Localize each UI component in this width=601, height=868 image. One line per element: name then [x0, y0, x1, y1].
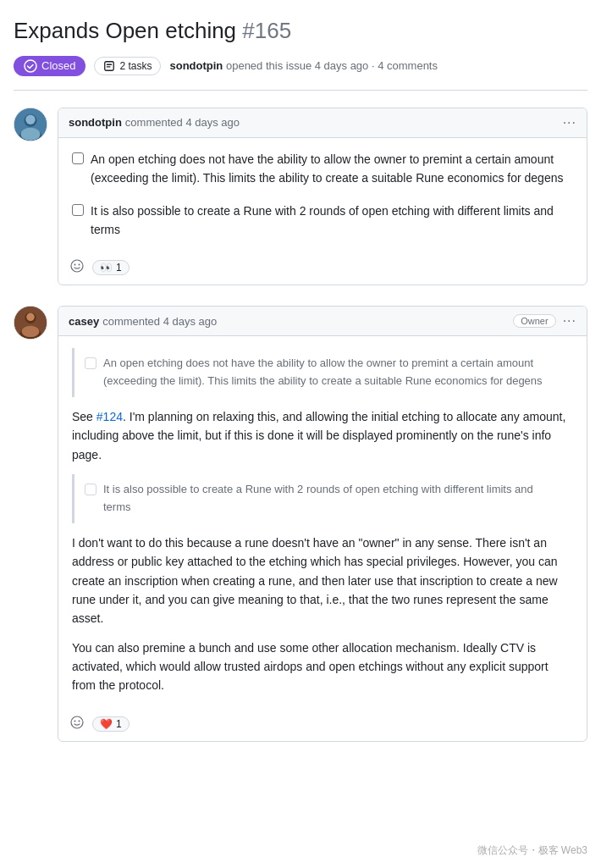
opener-name: sondotpin	[169, 59, 223, 72]
comment-header-left-1: sondotpin commented 4 days ago	[69, 116, 240, 129]
svg-point-7	[25, 114, 35, 124]
comment-header-1: sondotpin commented 4 days ago ···	[58, 108, 587, 138]
add-reaction-btn-1[interactable]	[69, 257, 85, 278]
tasks-label: 2 tasks	[119, 60, 152, 72]
task-checkbox-1[interactable]	[72, 152, 84, 164]
comment-time-value-2: 4 days ago	[163, 315, 218, 328]
comment-box-1: sondotpin commented 4 days ago ··· An op…	[58, 108, 587, 286]
issue-meta-bar: Closed 2 tasks sondotpin opened this iss…	[14, 56, 587, 76]
comment-time-2: commented 4 days ago	[102, 315, 217, 328]
svg-point-9	[71, 260, 83, 272]
quoted-task-checkbox-1	[85, 357, 96, 369]
avatar-sondotpin	[14, 108, 47, 141]
task-checkbox-2[interactable]	[72, 204, 84, 216]
body-para-2: I don't want to do this because a rune d…	[72, 534, 573, 628]
check-circle-icon	[24, 59, 37, 73]
body-para-3: You can also premine a bunch and use som…	[72, 639, 573, 695]
quoted-task-checkbox-2	[85, 484, 96, 495]
svg-point-19	[79, 720, 80, 721]
tasks-icon	[103, 60, 115, 72]
reaction-emoji-1: 👀	[100, 262, 113, 274]
comment-row-2: casey commented 4 days ago Owner ··· An …	[14, 306, 587, 741]
page-title: Expands Open etching #165	[14, 17, 587, 46]
reactions-1: 👀 1	[58, 251, 587, 285]
quoted-task-block-2: It is also possible to create a Rune wit…	[72, 474, 573, 523]
svg-point-10	[74, 264, 76, 266]
task-item-1: An open etching does not have the abilit…	[72, 150, 573, 188]
status-text: Closed	[41, 59, 75, 72]
issue-link-124[interactable]: #124	[96, 410, 123, 423]
reaction-eyes-1[interactable]: 👀 1	[92, 260, 130, 275]
meta-text: opened this issue 4 days ago · 4 comment…	[226, 59, 438, 72]
comment-body-1: An open etching does not have the abilit…	[58, 138, 587, 252]
tasks-badge: 2 tasks	[94, 57, 161, 75]
more-options-btn-2[interactable]: ···	[563, 313, 576, 329]
title-text: Expands Open etching	[14, 18, 236, 43]
comment-time-value-1: 4 days ago	[185, 116, 240, 129]
closed-badge: Closed	[14, 56, 85, 76]
reaction-heart-2[interactable]: ❤️ 1	[92, 716, 130, 732]
svg-point-16	[22, 326, 40, 337]
header-divider	[14, 90, 587, 91]
reactions-2: ❤️ 1	[58, 707, 587, 741]
owner-badge-2: Owner	[513, 314, 555, 328]
svg-point-18	[74, 720, 76, 721]
comment-header-2: casey commented 4 days ago Owner ···	[58, 307, 587, 336]
add-reaction-btn-2[interactable]	[69, 714, 85, 734]
issue-opener-meta: sondotpin opened this issue 4 days ago ·…	[169, 59, 438, 72]
comment-header-left-2: casey commented 4 days ago	[69, 315, 217, 328]
issue-number: #165	[242, 18, 291, 43]
quoted-task-block-1: An open etching does not have the abilit…	[72, 348, 573, 397]
avatar-casey	[14, 306, 47, 340]
task-text-1: An open etching does not have the abilit…	[91, 150, 573, 188]
reaction-count-2: 1	[116, 718, 122, 730]
comment-time-1: commented 4 days ago	[125, 116, 240, 129]
comment-box-2: casey commented 4 days ago Owner ··· An …	[58, 306, 587, 741]
comment-header-right-2: Owner ···	[513, 313, 576, 329]
reaction-emoji-2: ❤️	[100, 718, 113, 730]
svg-point-8	[21, 128, 41, 141]
reaction-count-1: 1	[116, 262, 122, 274]
svg-point-11	[79, 264, 80, 266]
svg-point-17	[71, 716, 83, 728]
comment-thread: sondotpin commented 4 days ago ··· An op…	[14, 108, 587, 742]
quoted-task-text-2: It is also possible to create a Rune wit…	[103, 481, 563, 517]
comment-body-2: An open etching does not have the abilit…	[58, 336, 587, 706]
comment-row-1: sondotpin commented 4 days ago ··· An op…	[14, 108, 587, 286]
comment-author-2: casey	[69, 315, 99, 328]
quoted-task-item-2: It is also possible to create a Rune wit…	[85, 481, 563, 517]
quoted-task-item-1: An open etching does not have the abilit…	[85, 355, 563, 390]
svg-point-15	[26, 313, 35, 322]
watermark: 微信公众号・极客 Web3	[477, 843, 587, 858]
more-options-btn-1[interactable]: ···	[563, 115, 576, 130]
task-item-2: It is also possible to create a Rune wit…	[72, 202, 573, 240]
task-text-2: It is also possible to create a Rune wit…	[91, 202, 573, 240]
comment-header-right-1: ···	[563, 115, 576, 130]
quoted-task-text-1: An open etching does not have the abilit…	[103, 355, 563, 390]
body-para-1: See #124. I'm planning on relaxing this,…	[72, 407, 573, 464]
comment-author-1: sondotpin	[69, 116, 122, 129]
svg-point-0	[25, 60, 36, 72]
svg-rect-1	[105, 62, 114, 71]
